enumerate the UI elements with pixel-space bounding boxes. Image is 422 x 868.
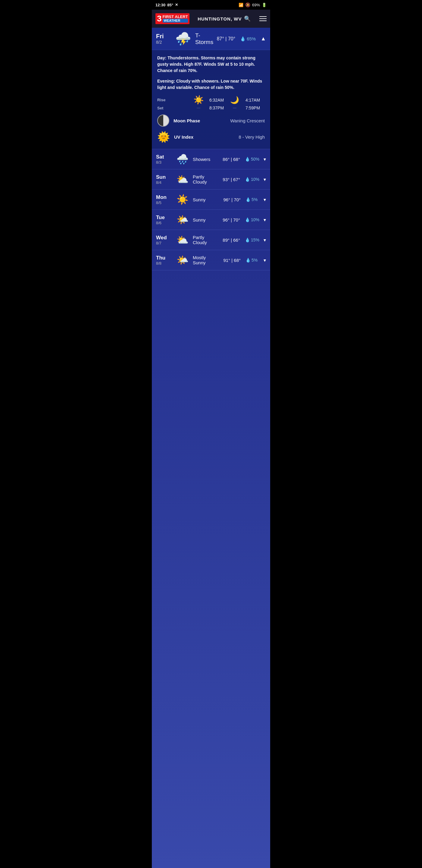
battery-pct: 69%: [252, 3, 260, 7]
sunrise-time: 6:32AM: [204, 98, 229, 102]
fc-precip-2: 💧 5%: [246, 197, 259, 202]
fc-temp-0: 86° | 68°: [223, 157, 240, 162]
moon-phase-row: Moon Phase Waning Crescent: [157, 115, 265, 127]
today-forecast-row[interactable]: Fri 8/2 ⛈️ T-Storms 87° | 70° 💧 65% ▲: [152, 28, 270, 50]
forecast-row-4[interactable]: Wed 8/7 ⛅ Partly Cloudy 89° | 66° 💧 15% …: [152, 230, 270, 250]
today-weather-icon: ⛈️: [174, 31, 192, 46]
first-alert-label: FIRST ALERT: [163, 15, 188, 19]
status-temp: 85°: [167, 3, 173, 7]
status-close-icon: ✕: [175, 3, 178, 7]
fc-precip-pct-1: 10%: [251, 177, 259, 182]
forecast-row-2[interactable]: Mon 8/5 ☀️ Sunny 96° | 70° 💧 5% ▾: [152, 190, 270, 210]
logo-num: 3: [157, 14, 162, 24]
fc-icon-2: ☀️: [175, 194, 190, 205]
forecast-row-0[interactable]: Sat 8/3 🌧️ Showers 86° | 68° 💧 50% ▾: [152, 149, 270, 169]
evening-prefix: Evening:: [157, 79, 175, 84]
fc-day-num-3: 8/6: [156, 221, 172, 225]
moon-phase-icon: [157, 115, 169, 127]
fc-chevron-0[interactable]: ▾: [264, 156, 266, 162]
fc-day-date-0: Sat 8/3: [156, 154, 172, 164]
today-chevron-up[interactable]: ▲: [261, 36, 266, 42]
evening-detail-text: Evening: Cloudy with showers. Low near 7…: [157, 78, 265, 91]
sun-line: —: [192, 106, 204, 110]
drop-icon-1: 💧: [245, 177, 250, 182]
fc-chevron-5[interactable]: ▾: [264, 257, 266, 263]
moon-phase-label: Moon Phase: [173, 118, 226, 123]
fc-icon-5: 🌤️: [175, 254, 190, 266]
status-left: 12:30 85° ✕: [155, 3, 178, 7]
sunset-time: 8:37PM: [204, 105, 229, 110]
forecast-row-5[interactable]: Thu 8/8 🌤️ Mostly Sunny 91° | 68° 💧 5% ▾: [152, 250, 270, 270]
today-high: 87°: [217, 36, 224, 41]
fc-day-name-1: Sun: [156, 174, 172, 180]
today-precip-pct: 65%: [247, 36, 256, 41]
today-day-num: 8/2: [156, 40, 171, 44]
fc-temp-3: 96° | 70°: [223, 217, 240, 222]
fc-precip-1: 💧 10%: [245, 177, 259, 182]
status-right: 📶 🔕 69% 🔋: [238, 2, 267, 7]
fc-day-date-1: Sun 8/4: [156, 174, 172, 185]
no-sound-icon: 🔕: [245, 2, 250, 7]
forecast-row-1[interactable]: Sun 8/4 ⛅ Partly Cloudy 93° | 67° 💧 10% …: [152, 169, 270, 190]
weather-badge: WEATHER: [163, 19, 188, 23]
fc-day-num-1: 8/4: [156, 180, 172, 185]
fc-temp-2: 96° | 70°: [223, 197, 241, 202]
main-content: Fri 8/2 ⛈️ T-Storms 87° | 70° 💧 65% ▲ Da…: [152, 28, 270, 868]
status-bar: 12:30 85° ✕ 📶 🔕 69% 🔋: [152, 0, 270, 10]
location-label: HUNTINGTON, WV: [198, 16, 241, 22]
day-prefix: Day:: [157, 56, 166, 60]
fc-precip-3: 💧 10%: [245, 217, 259, 222]
day-detail: Thunderstorms. Storms may contain strong…: [157, 56, 255, 73]
fc-precip-pct-4: 15%: [251, 238, 259, 242]
fc-temp-1: 93° | 67°: [223, 177, 240, 182]
fc-condition-5: Mostly Sunny: [193, 255, 220, 265]
hamburger-line-2: [259, 19, 267, 19]
fc-precip-pct-3: 10%: [251, 217, 259, 222]
fc-day-name-3: Tue: [156, 215, 172, 221]
fc-day-num-4: 8/7: [156, 241, 172, 245]
fc-condition-2: Sunny: [193, 197, 220, 202]
fc-chevron-1[interactable]: ▾: [264, 177, 266, 182]
logo-container: 3 FIRST ALERT WEATHER: [155, 13, 190, 24]
rise-label: Rise: [157, 98, 192, 102]
search-icon[interactable]: 🔍: [244, 16, 251, 22]
fc-day-name-2: Mon: [156, 194, 172, 200]
moon-line: —: [229, 106, 241, 110]
fc-icon-1: ⛅: [175, 174, 190, 185]
rise-set-table: Rise ☀️ 6:32AM 🌙 4:17AM Set — 8:37PM — 7…: [157, 95, 265, 110]
wifi-icon: 📶: [238, 3, 244, 7]
today-day-name: Fri: [156, 33, 171, 40]
status-time: 12:30: [155, 3, 165, 7]
fc-precip-4: 💧 15%: [245, 238, 259, 242]
drop-icon: 💧: [240, 36, 246, 41]
fc-precip-0: 💧 50%: [245, 157, 259, 161]
detail-panel: Day: Thunderstorms. Storms may contain s…: [152, 50, 270, 149]
hamburger-menu[interactable]: [259, 16, 267, 21]
forecast-row-3[interactable]: Tue 8/6 🌤️ Sunny 96° | 70° 💧 10% ▾: [152, 210, 270, 230]
fc-day-date-4: Wed 8/7: [156, 235, 172, 245]
app-header: 3 FIRST ALERT WEATHER HUNTINGTON, WV 🔍: [152, 10, 270, 28]
fc-precip-pct-0: 50%: [251, 157, 259, 161]
uv-label: UV Index: [174, 134, 234, 140]
logo-text: FIRST ALERT WEATHER: [163, 15, 188, 23]
fc-day-name-0: Sat: [156, 154, 172, 160]
uv-value: 8 - Very High: [238, 134, 265, 140]
moonrise-time: 4:17AM: [241, 98, 265, 102]
logo-box: 3 FIRST ALERT WEATHER: [155, 13, 190, 24]
fc-chevron-2[interactable]: ▾: [264, 197, 266, 203]
fc-day-date-5: Thu 8/8: [156, 255, 172, 266]
uv-sun-icon: 🌞: [157, 131, 170, 143]
forecast-list: Sat 8/3 🌧️ Showers 86° | 68° 💧 50% ▾ Sun…: [152, 149, 270, 270]
fc-chevron-4[interactable]: ▾: [264, 237, 266, 243]
location-search: HUNTINGTON, WV 🔍: [198, 16, 251, 22]
fc-chevron-3[interactable]: ▾: [264, 217, 266, 223]
today-day-date: Fri 8/2: [156, 33, 171, 44]
sun-icon: ☀️: [192, 95, 204, 105]
drop-icon-4: 💧: [245, 238, 250, 242]
fc-condition-4: Partly Cloudy: [193, 235, 220, 245]
today-low: 70°: [228, 36, 235, 41]
fc-day-num-0: 8/3: [156, 160, 172, 164]
fc-precip-5: 💧 5%: [246, 258, 259, 262]
drop-icon-0: 💧: [245, 157, 250, 161]
drop-icon-2: 💧: [246, 197, 251, 202]
